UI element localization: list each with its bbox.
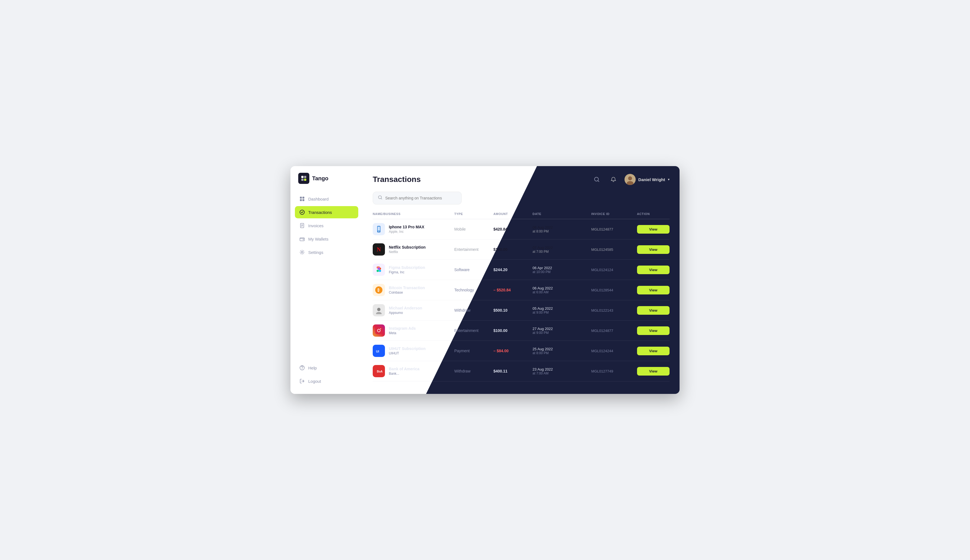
- tx-amount: $400.11: [493, 369, 533, 373]
- view-button[interactable]: View: [637, 286, 669, 295]
- tx-info: Michael Anderson Appsumo: [389, 306, 422, 315]
- sidebar-item-help[interactable]: Help: [295, 362, 358, 374]
- col-invoice: INVOICE ID: [591, 212, 637, 215]
- tx-invoice: MGL0124877: [591, 328, 637, 333]
- page-title: Transactions: [373, 175, 421, 184]
- name-cell: Iphone 13 Pro MAX Apple, Inc: [373, 223, 454, 235]
- sidebar-item-my-wallets[interactable]: My Wallets: [295, 233, 358, 245]
- tx-name: Netflix Subscription: [389, 245, 426, 250]
- tx-date: 23 Aug 2022 at 7:00 AM: [533, 367, 591, 375]
- tx-date: 06 Aug 2022 at 8:00 PM: [533, 225, 591, 233]
- tx-date: 27 Aug 2022 at 9:00 PM: [533, 327, 591, 335]
- wallets-icon: [299, 236, 305, 242]
- table-row: Iphone 13 Pro MAX Apple, Inc Mobile $420…: [373, 219, 669, 240]
- sidebar-item-dashboard[interactable]: Dashboard: [295, 193, 358, 205]
- main-nav: Dashboard Transactions: [290, 193, 363, 362]
- tx-icon: BoA: [373, 365, 385, 377]
- svg-point-19: [628, 177, 632, 180]
- col-action: ACTION: [637, 212, 669, 215]
- view-button[interactable]: View: [637, 245, 669, 254]
- tx-business: Coinbase: [389, 290, 425, 295]
- svg-point-31: [380, 328, 381, 329]
- tx-amount: $500.10: [493, 308, 533, 312]
- svg-rect-5: [302, 197, 304, 198]
- svg-point-28: [376, 312, 382, 314]
- svg-point-24: [379, 231, 379, 232]
- table-row: Instagram Ads Meta Entertainment $100.00…: [373, 320, 669, 341]
- chevron-down-icon: ▾: [668, 178, 669, 182]
- tx-date: 25 Aug 2022 at 8:00 PM: [533, 347, 591, 355]
- tx-date: 06 Apr 2022 at 10:00 PM: [533, 266, 591, 274]
- tx-invoice: MGL0124124: [591, 268, 637, 272]
- sidebar-item-label: My Wallets: [308, 237, 329, 242]
- tx-date: 07 Aug 2022 at 7:00 PM: [533, 245, 591, 253]
- search-input[interactable]: [385, 196, 456, 200]
- logo-icon: [298, 173, 309, 184]
- tx-business: Meta: [389, 331, 416, 335]
- sidebar-item-label: Invoices: [308, 223, 324, 228]
- tx-icon: [373, 263, 385, 276]
- view-button[interactable]: View: [637, 265, 669, 274]
- tx-name: Bitcoin Transaction: [389, 285, 425, 290]
- tx-info: Netflix Subscription Netflix: [389, 245, 426, 254]
- tx-date: 06 Aug 2022 at 6:00 AM: [533, 286, 591, 294]
- view-button[interactable]: View: [637, 327, 669, 335]
- tx-invoice: MGL0124585: [591, 248, 637, 252]
- search-bar: [373, 192, 462, 205]
- settings-icon: [299, 250, 305, 255]
- help-icon: [299, 365, 305, 370]
- name-cell: Figma Subscription Figma, Inc: [373, 263, 454, 276]
- name-cell: Michael Anderson Appsumo: [373, 304, 454, 317]
- tx-info: Bitcoin Transaction Coinbase: [389, 285, 425, 295]
- logo: Tango: [290, 173, 363, 193]
- svg-rect-23: [378, 227, 380, 230]
- svg-point-27: [377, 308, 381, 311]
- name-cell: Instagram Ads Meta: [373, 325, 454, 337]
- tx-info: Iphone 13 Pro MAX Apple, Inc: [389, 225, 424, 233]
- tx-business: Bank...: [389, 372, 419, 375]
- tx-business: Apple, Inc: [389, 230, 424, 233]
- sidebar-item-settings[interactable]: Settings: [295, 246, 358, 258]
- svg-point-15: [301, 252, 303, 253]
- tx-name: Iphone 13 Pro MAX: [389, 225, 424, 229]
- view-button[interactable]: View: [637, 306, 669, 315]
- tx-amount: – $520.84: [493, 288, 533, 292]
- tx-amount: $420.84: [493, 227, 533, 232]
- table-row: UI UIHUT Subscription UIHUT Payment – $8…: [373, 341, 669, 361]
- tx-info: Instagram Ads Meta: [389, 326, 416, 335]
- view-button[interactable]: View: [637, 367, 669, 375]
- sidebar-item-invoices[interactable]: Invoices: [295, 220, 358, 232]
- col-type: TYPE: [454, 212, 493, 215]
- table-row: Figma Subscription Figma, Inc Software $…: [373, 260, 669, 280]
- svg-rect-7: [302, 199, 304, 201]
- user-profile[interactable]: Daniel Wright ▾: [624, 174, 669, 185]
- sidebar-item-logout[interactable]: Logout: [295, 375, 358, 387]
- tx-invoice: MGL0124877: [591, 227, 637, 232]
- dashboard-icon: [299, 196, 305, 202]
- tx-business: Netflix: [389, 250, 426, 254]
- tx-name: UIHUT Subscription: [389, 347, 426, 351]
- view-button[interactable]: View: [637, 225, 669, 233]
- tx-business: Appsumo: [389, 311, 422, 315]
- search-button[interactable]: [591, 174, 602, 185]
- sidebar-item-transactions[interactable]: Transactions: [295, 206, 358, 218]
- tx-info: Bank of America Bank...: [389, 367, 419, 375]
- svg-rect-29: [375, 327, 382, 334]
- notification-button[interactable]: [608, 174, 619, 185]
- header: Transactions: [363, 166, 680, 190]
- tx-type: Mobile: [454, 227, 493, 232]
- table-header: NAME/BUSINESS TYPE AMOUNT DATE INVOICE I…: [373, 210, 669, 219]
- invoices-icon: [299, 223, 305, 228]
- view-button[interactable]: View: [637, 347, 669, 355]
- tx-invoice: MGL0124244: [591, 349, 637, 353]
- tx-type: Entertainment: [454, 328, 493, 333]
- tx-type: Technology: [454, 288, 493, 292]
- col-name: NAME/BUSINESS: [373, 212, 454, 215]
- tx-amount: $100.00: [493, 247, 533, 252]
- header-right: Daniel Wright ▾: [591, 174, 669, 185]
- tx-type: Entertainment: [454, 247, 493, 252]
- sidebar-item-label: Logout: [308, 379, 321, 383]
- col-amount: AMOUNT: [493, 212, 533, 215]
- svg-rect-2: [301, 178, 304, 181]
- tx-business: Figma, Inc: [389, 270, 425, 274]
